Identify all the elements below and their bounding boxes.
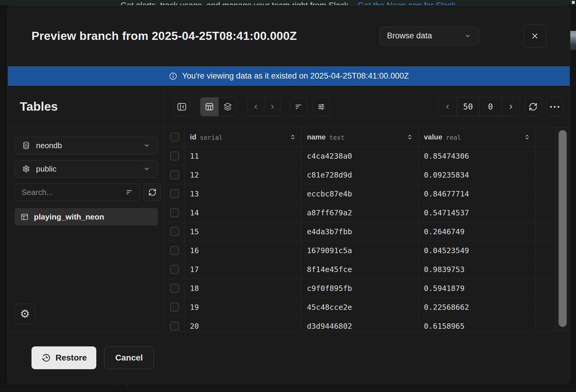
select-all-checkbox[interactable] [170, 133, 179, 142]
column-header-value[interactable]: valuereal [418, 128, 536, 146]
background-promo-link[interactable]: Get the Neon app for Slack [358, 1, 456, 5]
page-offset-value[interactable]: 0 [479, 97, 502, 116]
table-cell[interactable]: 0.04523549 [418, 241, 536, 260]
table-cell[interactable]: 0.22568662 [418, 298, 536, 316]
table-cell[interactable]: 8f14e45fce [302, 260, 418, 279]
row-checkbox[interactable] [170, 227, 179, 236]
page-prev-button[interactable] [439, 97, 457, 116]
table-cell[interactable]: 16 [184, 241, 302, 260]
table-cell[interactable]: a87ff679a2 [302, 203, 418, 222]
refresh-data-button[interactable] [525, 97, 542, 116]
next-record-button[interactable] [264, 97, 280, 116]
view-mode-label: Browse data [387, 31, 432, 40]
table-cell[interactable]: 0.2646749 [418, 222, 536, 241]
view-mode-select[interactable]: Browse data [380, 27, 479, 45]
database-select[interactable]: neondb [15, 137, 158, 154]
row-checkbox-cell [165, 147, 184, 165]
table-cell[interactable]: c81e728d9d [302, 166, 418, 184]
close-button[interactable] [524, 25, 546, 47]
tables-sidebar: Tables neondb [8, 86, 165, 331]
row-checkbox[interactable] [170, 246, 179, 255]
table-row: 1945c48cce2e0.22568662 [165, 298, 555, 317]
table-body: 11c4ca4238a00.8547430612c81e728d9d0.0923… [165, 147, 555, 331]
cancel-button[interactable]: Cancel [104, 346, 154, 369]
row-filler [536, 147, 555, 165]
row-filler [536, 317, 555, 331]
search-input[interactable] [22, 188, 122, 197]
preview-branch-modal: Preview branch from 2025-04-25T08:41:00.… [8, 5, 570, 384]
table-cell[interactable]: 45c48cce2e [302, 298, 418, 316]
table-cell[interactable]: 0.9839753 [418, 260, 536, 279]
modal-header: Preview branch from 2025-04-25T08:41:00.… [8, 5, 570, 66]
close-icon [530, 31, 540, 41]
row-checkbox[interactable] [170, 322, 179, 331]
row-checkbox-cell [165, 241, 184, 260]
table-cell[interactable]: 20 [184, 317, 302, 331]
layers-view-button[interactable] [218, 97, 236, 116]
row-checkbox[interactable] [170, 151, 179, 160]
row-checkbox[interactable] [170, 303, 179, 312]
refresh-tables-button[interactable] [144, 184, 161, 201]
table-cell[interactable]: 1679091c5a [302, 241, 418, 260]
table-cell[interactable]: 0.09235834 [418, 166, 536, 184]
table-cell[interactable]: c9f0f895fb [302, 279, 418, 298]
row-checkbox[interactable] [170, 208, 179, 217]
table-cell[interactable]: c4ca4238a0 [302, 147, 418, 165]
search-row [15, 184, 158, 201]
more-options-button[interactable]: ••• [546, 97, 563, 116]
collapse-sidebar-button[interactable] [173, 97, 190, 116]
more-icon: ••• [548, 103, 561, 110]
table-cell[interactable]: d3d9446802 [302, 317, 418, 331]
column-header-name[interactable]: nametext [302, 128, 418, 146]
table-cell[interactable]: 18 [184, 279, 302, 298]
page-next-button[interactable] [502, 97, 520, 116]
row-checkbox[interactable] [170, 189, 179, 198]
sort-icon[interactable] [289, 133, 296, 141]
table-cell[interactable]: 13 [184, 184, 302, 203]
table-cell[interactable]: 15 [184, 222, 302, 241]
row-checkbox-cell [165, 260, 184, 279]
page-size-value[interactable]: 50 [457, 97, 479, 116]
sort-icon[interactable] [524, 133, 531, 141]
table-cell[interactable]: 14 [184, 203, 302, 222]
banner-text: You're viewing data as it existed on 202… [182, 71, 409, 81]
restore-button[interactable]: Restore [32, 346, 96, 369]
column-settings-button[interactable] [313, 97, 330, 116]
schema-select[interactable]: public [15, 160, 158, 178]
row-checkbox[interactable] [170, 170, 179, 179]
table-cell[interactable]: 19 [184, 298, 302, 316]
table-cell[interactable]: eccbc87e4b [302, 184, 418, 203]
settings-button[interactable]: ⚙ [15, 304, 35, 324]
table-cell[interactable]: 0.54714537 [418, 203, 536, 222]
column-name: value [424, 133, 442, 141]
table-cell[interactable]: 0.5941879 [418, 279, 536, 298]
chevron-left-icon [252, 103, 260, 111]
filter-rows-button[interactable] [290, 97, 307, 116]
search-box [15, 184, 140, 201]
table-cell[interactable]: 17 [184, 260, 302, 279]
table-cell[interactable]: 0.84677714 [418, 184, 536, 203]
sidebar-table-item[interactable]: playing_with_neon [15, 208, 158, 226]
filter-icon[interactable] [125, 188, 134, 196]
table-cell[interactable]: 0.85474306 [418, 147, 536, 165]
restore-clock-icon [41, 353, 51, 363]
row-checkbox-cell [165, 317, 184, 331]
row-filler [536, 166, 555, 184]
table-cell[interactable]: e4da3b7fbb [302, 222, 418, 241]
column-header-id[interactable]: idserial [184, 128, 302, 146]
row-filler [536, 222, 555, 241]
table-cell[interactable]: 11 [184, 147, 302, 165]
sort-icon[interactable] [406, 133, 413, 141]
table-view-button[interactable] [200, 97, 218, 116]
scrollbar-track [555, 128, 570, 331]
table-cell[interactable]: 0.6158965 [418, 317, 536, 331]
row-checkbox-cell [165, 203, 184, 222]
cancel-label: Cancel [115, 353, 143, 362]
scrollbar-thumb[interactable] [559, 130, 567, 327]
refresh-icon [529, 102, 538, 111]
prev-record-button[interactable] [248, 97, 264, 116]
row-checkbox[interactable] [170, 284, 179, 293]
header-filler [536, 128, 555, 146]
row-checkbox[interactable] [170, 265, 179, 274]
table-cell[interactable]: 12 [184, 166, 302, 184]
